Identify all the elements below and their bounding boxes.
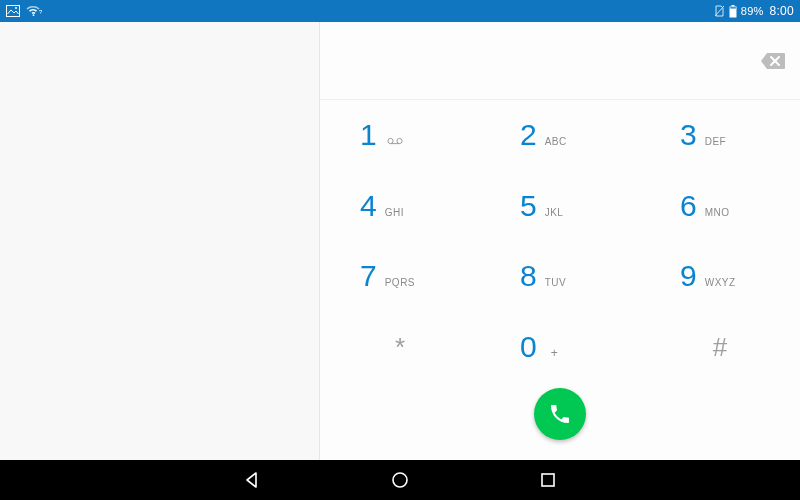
key-5[interactable]: 5 JKL [480,171,640,242]
call-button[interactable] [534,388,586,440]
digit-label: 4 [360,191,377,221]
key-1[interactable]: 1 [320,100,480,171]
nav-recent-button[interactable] [534,466,562,494]
key-2[interactable]: 2 ABC [480,100,640,171]
digit-letters: JKL [545,207,564,218]
svg-point-1 [15,7,17,9]
key-3[interactable]: 3 DEF [640,100,800,171]
voicemail-icon [387,137,403,145]
svg-point-13 [393,473,407,487]
digit-label: # [713,334,727,360]
digit-label: 3 [680,120,697,150]
key-8[interactable]: 8 TUV [480,241,640,312]
digit-letters: TUV [545,277,567,288]
nav-home-button[interactable] [386,466,414,494]
status-right: 89% 8:00 [714,4,794,18]
digit-label: 1 [360,120,377,150]
svg-text:?: ? [39,9,42,15]
digit-label: * [395,334,405,360]
svg-rect-5 [731,5,734,7]
key-star[interactable]: * [320,312,480,383]
main: 1 2 ABC 3 DEF 4 GHI 5 [0,22,800,460]
digit-letters: WXYZ [705,277,736,288]
screen: ? 89% 8:00 [0,0,800,500]
digit-label: 2 [520,120,537,150]
svg-point-11 [397,139,402,144]
call-row [320,382,800,460]
key-hash[interactable]: # [640,312,800,383]
digit-letters: ABC [545,136,567,147]
dialpad-grid: 1 2 ABC 3 DEF 4 GHI 5 [320,100,800,382]
svg-rect-0 [7,6,20,17]
battery-icon [729,5,737,18]
digit-label: 7 [360,261,377,291]
no-sim-icon [714,5,725,17]
digit-letters: DEF [705,136,727,147]
battery-percent: 89% [741,5,764,17]
key-7[interactable]: 7 PQRS [320,241,480,312]
contacts-pane [0,22,320,460]
wifi-question-icon: ? [26,5,42,17]
digit-letters: PQRS [385,277,415,288]
svg-rect-14 [542,474,554,486]
nav-back-button[interactable] [238,466,266,494]
key-6[interactable]: 6 MNO [640,171,800,242]
backspace-button[interactable] [758,50,788,72]
svg-point-10 [388,139,393,144]
dialed-number-display [320,22,800,100]
digit-label: 8 [520,261,537,291]
dialer-pane: 1 2 ABC 3 DEF 4 GHI 5 [320,22,800,460]
status-left: ? [6,5,42,17]
digit-label: 6 [680,191,697,221]
digit-label: 0 [520,332,537,362]
key-9[interactable]: 9 WXYZ [640,241,800,312]
nav-bar [0,460,800,500]
status-bar: ? 89% 8:00 [0,0,800,22]
svg-point-2 [33,14,35,16]
phone-icon [548,402,572,426]
digit-letters: GHI [385,207,404,218]
digit-letters: + [551,346,558,360]
status-clock: 8:00 [769,4,794,18]
image-icon [6,5,20,17]
key-4[interactable]: 4 GHI [320,171,480,242]
key-0[interactable]: 0 + [480,312,640,383]
digit-label: 9 [680,261,697,291]
digit-label: 5 [520,191,537,221]
digit-letters: MNO [705,207,730,218]
svg-rect-7 [730,7,736,8]
